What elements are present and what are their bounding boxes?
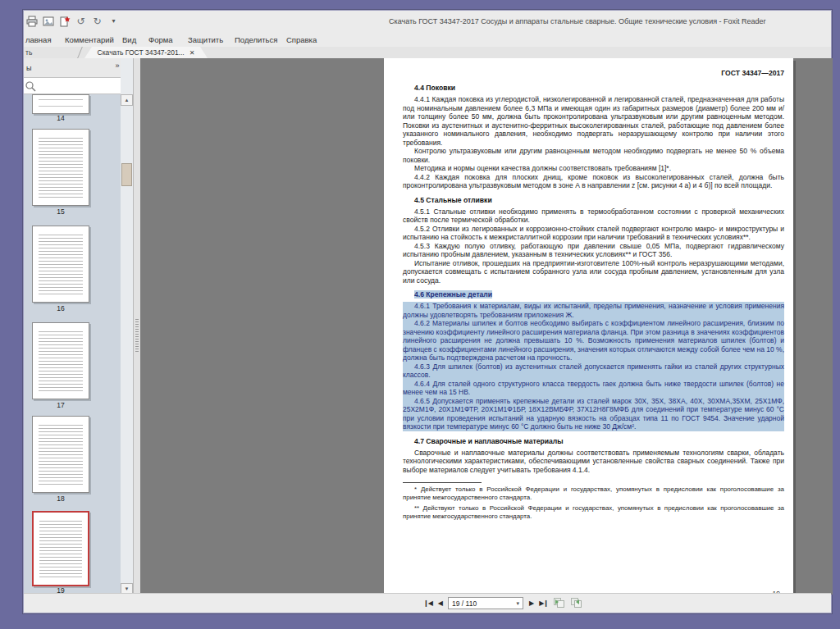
doc-heading-4-7: 4.7 Сварочные и наплавочные материалы <box>403 437 784 445</box>
last-page-button[interactable]: ▶❙ <box>539 599 548 607</box>
page-number-value: 19 / 110 <box>452 599 477 608</box>
menu-bar: лавная Комментарий Вид Форма Защитить По… <box>24 32 831 47</box>
export-pdf-icon[interactable] <box>58 15 71 27</box>
panel-splitter[interactable] <box>133 58 140 595</box>
thumbnail-page-17[interactable] <box>32 322 89 399</box>
tab-close-icon[interactable]: ✕ <box>189 49 195 57</box>
doc-paragraph: Методика и нормы оценки качества должны … <box>403 164 784 173</box>
thumbnail-preview <box>39 137 83 199</box>
foxit-reader-window: ↺ ↻ ▾ Скачать ГОСТ 34347-2017 Сосуды и а… <box>23 10 832 613</box>
scrollbar-thumb[interactable] <box>121 163 132 186</box>
thumbnail-label: 14 <box>32 114 89 122</box>
previous-page-button[interactable]: ◀ <box>438 599 442 607</box>
window-title: Скачать ГОСТ 34347-2017 Сосуды и аппарат… <box>389 17 766 25</box>
doc-paragraph: 4.5.2 Отливки из легированных и коррозио… <box>403 225 784 242</box>
tab-divider <box>77 47 83 58</box>
doc-standard-number: ГОСТ 34347—2017 <box>403 69 784 77</box>
doc-heading-4-4: 4.4 Поковки <box>403 84 784 92</box>
thumbnail-label: 17 <box>32 401 89 409</box>
customize-toolbar-caret-icon[interactable]: ▾ <box>107 15 120 27</box>
selected-heading-text: 4.6 Крепежные детали <box>414 290 492 299</box>
doc-paragraph: 4.4.2 Каждая поковка для плоских днищ, к… <box>403 173 784 190</box>
snapshot-image-icon[interactable] <box>42 15 54 27</box>
thumbnail-preview <box>39 98 83 107</box>
menu-item-help[interactable]: Справка <box>286 34 317 46</box>
status-bar: ❙◀ ◀ 19 / 110 ▾ ▶ ▶❙ <box>24 593 831 613</box>
previous-view-icon[interactable] <box>554 598 565 608</box>
content-area: ы »◀ 14 15 16 17 18 19 ▲ <box>24 58 833 595</box>
document-tab-bar: ть Скачать ГОСТ 34347-201... ✕ <box>24 47 831 58</box>
footnote-rule <box>403 482 482 483</box>
thumbnail-label: 16 <box>32 304 89 312</box>
thumbnail-preview <box>39 234 83 296</box>
thumbnails-panel: ы »◀ 14 15 16 17 18 19 <box>24 58 133 595</box>
print-icon[interactable] <box>25 15 38 27</box>
thumbnail-preview <box>39 520 82 579</box>
menu-item-comment[interactable]: Комментарий <box>65 34 114 46</box>
doc-paragraph: 4.5.1 Стальные отливки необходимо примен… <box>403 207 784 225</box>
doc-paragraph: Испытание отливок, прошедших на предприя… <box>403 259 784 285</box>
doc-paragraph-selected: 4.6.5 Допускается применять крепежные де… <box>403 397 784 431</box>
thumbnail-label: 18 <box>32 495 89 503</box>
tab-partial[interactable]: ть <box>25 48 32 57</box>
redo-icon[interactable]: ↻ <box>91 15 103 27</box>
title-bar[interactable]: ↺ ↻ ▾ Скачать ГОСТ 34347-2017 Сосуды и а… <box>24 11 831 32</box>
menu-item-form[interactable]: Форма <box>148 34 173 46</box>
tab-active-document[interactable]: Скачать ГОСТ 34347-201... ✕ <box>84 47 208 58</box>
doc-footnote: * Действует только в Российской Федераци… <box>403 485 784 502</box>
undo-icon[interactable]: ↺ <box>75 15 87 27</box>
menu-item-protect[interactable]: Защитить <box>188 34 223 46</box>
splitter-grip-icon <box>135 319 139 352</box>
menu-item-home[interactable]: лавная <box>25 34 52 46</box>
doc-paragraph-selected: 4.6.2 Материалы шпилек и болтов необходи… <box>403 319 784 362</box>
thumbnail-preview <box>39 424 83 486</box>
panel-header: ы »◀ <box>24 58 133 78</box>
thumbnail-search-bar[interactable] <box>24 78 133 94</box>
page-dropdown-caret-icon[interactable]: ▾ <box>517 600 520 607</box>
doc-paragraph-selected: 4.6.1 Требования к материалам, виды их и… <box>403 302 784 319</box>
panel-title: ы <box>26 64 31 72</box>
next-page-button[interactable]: ▶ <box>529 599 533 607</box>
menu-item-share[interactable]: Поделиться <box>235 34 277 46</box>
doc-paragraph: Контролю ультразвуковым или другим равно… <box>403 147 784 164</box>
scroll-up-button[interactable]: ▲ <box>121 94 133 106</box>
next-view-icon[interactable] <box>571 598 582 608</box>
thumbnail-page-15[interactable] <box>32 129 89 206</box>
doc-heading-4-6: 4.6 Крепежные детали <box>403 290 784 299</box>
doc-heading-4-5: 4.5 Стальные отливки <box>403 196 784 204</box>
thumbnails-scrollbar[interactable]: ▲ ▼ <box>121 58 133 595</box>
doc-paragraph-selected: 4.6.4 Для сталей одного структурного кла… <box>403 380 784 397</box>
first-page-button[interactable]: ❙◀ <box>423 599 432 607</box>
thumbnail-page-14[interactable] <box>32 94 89 114</box>
tab-label: Скачать ГОСТ 34347-201... <box>98 48 185 57</box>
menu-item-view[interactable]: Вид <box>122 34 136 46</box>
page-navigation: ❙◀ ◀ 19 / 110 ▾ ▶ ▶❙ <box>423 597 582 609</box>
thumbnail-page-18[interactable] <box>32 416 89 493</box>
doc-paragraph: 4.4.1 Каждая поковка из углеродистой, ни… <box>403 95 784 147</box>
pdf-page: ГОСТ 34347—2017 4.4 Поковки 4.4.1 Каждая… <box>384 58 793 595</box>
doc-paragraph: Сварочные и наплавочные материалы должны… <box>403 449 784 475</box>
doc-paragraph-selected: 4.6.3 Для шпилек (болтов) из аустенитных… <box>403 362 784 380</box>
document-view: ГОСТ 34347—2017 4.4 Поковки 4.4.1 Каждая… <box>140 58 833 595</box>
thumbnail-page-16[interactable] <box>32 226 89 303</box>
page-number-field[interactable]: 19 / 110 ▾ <box>448 597 523 609</box>
thumbnail-label: 15 <box>32 207 89 216</box>
doc-paragraph: 4.5.3 Каждую полую отливку, работающую п… <box>403 242 784 259</box>
search-icon <box>24 80 37 93</box>
quick-access-toolbar: ↺ ↻ ▾ <box>25 15 120 27</box>
doc-footnote: ** Действуют только в Российской Федерац… <box>403 504 784 521</box>
thumbnail-preview <box>39 330 83 393</box>
thumbnail-page-19-current[interactable] <box>32 511 89 586</box>
